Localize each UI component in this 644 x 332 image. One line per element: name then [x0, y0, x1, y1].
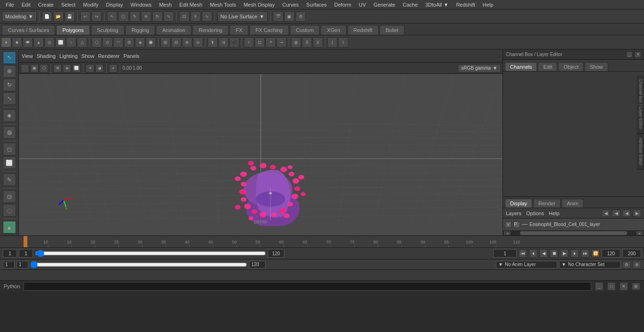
- workspace-dropdown[interactable]: Modeling ▼: [2, 11, 37, 22]
- soccer-btn[interactable]: ⬟: [146, 37, 156, 48]
- vp-smooth-btn[interactable]: ◈: [63, 64, 71, 73]
- torus-btn[interactable]: ◎: [44, 37, 55, 48]
- scale-tool-btn[interactable]: ⤡: [164, 11, 174, 22]
- tab-xgen[interactable]: XGen: [321, 25, 346, 35]
- vp-wire-btn[interactable]: ⊞: [53, 64, 62, 73]
- extrude-btn[interactable]: ⬆: [207, 37, 218, 48]
- render-btn[interactable]: 🎬: [273, 11, 283, 22]
- menu-mesh-display[interactable]: Mesh Display: [240, 1, 279, 8]
- vp-menu-view[interactable]: View: [22, 53, 33, 59]
- frame-display[interactable]: [493, 249, 517, 258]
- prism-btn[interactable]: △: [77, 37, 87, 48]
- menu-mesh[interactable]: Mesh: [155, 1, 175, 8]
- vp-lighting-btn[interactable]: ☀: [86, 64, 94, 73]
- menu-modify[interactable]: Modify: [79, 1, 102, 8]
- tab-object[interactable]: Object: [558, 62, 584, 71]
- layer-visibility[interactable]: V: [505, 221, 512, 228]
- tab-curves-surfaces[interactable]: Curves / Surfaces: [2, 25, 55, 35]
- soft-mod-btn[interactable]: ◍: [3, 126, 16, 139]
- insert-edge-btn[interactable]: +: [244, 37, 254, 48]
- vp-menu-show[interactable]: Show: [82, 53, 95, 59]
- menu-surfaces[interactable]: Surfaces: [303, 1, 330, 8]
- bool-btn[interactable]: ⊕: [182, 37, 192, 48]
- mirror-btn[interactable]: ⊖: [193, 37, 203, 48]
- transform-btn[interactable]: ⊕: [3, 65, 16, 78]
- layer-nav-btn[interactable]: ◀: [612, 210, 620, 217]
- vp-menu-renderer[interactable]: Renderer: [98, 53, 120, 59]
- paint-sel-btn[interactable]: ✎: [3, 173, 16, 186]
- timeline-area[interactable]: 5 10 15 20 25 30 35 40 45 50 55 60 65: [0, 235, 644, 247]
- sphere-icon-btn[interactable]: ●: [1, 37, 11, 48]
- vp-res-btn[interactable]: ⬡: [40, 64, 48, 73]
- tab-channels[interactable]: Channels: [505, 62, 537, 71]
- anim-settings-btn[interactable]: ⚙: [622, 261, 631, 268]
- tab-show-rp[interactable]: Show: [585, 62, 608, 71]
- go-start-btn[interactable]: ⏮: [519, 249, 527, 258]
- scroll-right-btn[interactable]: ▸: [636, 231, 643, 235]
- pipe-btn[interactable]: ⊙: [102, 37, 113, 48]
- menu-generate[interactable]: Generate: [370, 1, 399, 8]
- tab-render[interactable]: Render: [533, 199, 561, 208]
- show-manip-btn[interactable]: ◈: [3, 109, 16, 122]
- cube-btn[interactable]: ■: [12, 37, 22, 48]
- go-end-btn[interactable]: ⏭: [581, 249, 589, 258]
- viewport[interactable]: View Shading Lighting Show Renderer Pane…: [19, 49, 503, 235]
- tab-anim[interactable]: Anim: [561, 199, 584, 208]
- tab-bullet[interactable]: Bullet: [380, 25, 405, 35]
- stop-btn[interactable]: ⏹: [550, 249, 558, 258]
- step-back-btn[interactable]: ⏴: [529, 249, 537, 258]
- menu-mesh-tools[interactable]: Mesh Tools: [206, 1, 239, 8]
- canvas-3d[interactable]: persp X Y Z: [19, 74, 503, 226]
- ipr-btn[interactable]: ▣: [284, 11, 295, 22]
- tab-polygons[interactable]: Polygons: [56, 25, 90, 35]
- tab-custom[interactable]: Custom: [290, 25, 320, 35]
- menu-edit-mesh[interactable]: Edit Mesh: [175, 1, 206, 8]
- snap-lt-btn[interactable]: ⊡: [3, 190, 16, 203]
- open-file-btn[interactable]: 📂: [53, 11, 64, 22]
- fill-btn[interactable]: ⬛: [229, 37, 239, 48]
- save-file-btn[interactable]: 💾: [65, 11, 75, 22]
- scale-lt-btn[interactable]: ⤡: [3, 92, 16, 105]
- marquee-btn[interactable]: ⬜: [3, 156, 16, 169]
- tab-fx[interactable]: FX: [230, 25, 248, 35]
- menu-edit[interactable]: Edit: [18, 1, 34, 8]
- sep2-btn[interactable]: ⊟: [171, 37, 182, 48]
- paint-tool-btn[interactable]: ✎: [130, 11, 140, 22]
- vp-cam-btn[interactable]: 🎥: [21, 64, 29, 73]
- nav-help[interactable]: Help: [549, 211, 560, 216]
- tweak-btn[interactable]: ⊻: [313, 37, 323, 48]
- subdiv-btn[interactable]: ⬡: [91, 37, 102, 48]
- crease-btn[interactable]: ⟨: [327, 37, 338, 48]
- menu-windows[interactable]: Windows: [127, 1, 156, 8]
- vp-grid-btn[interactable]: #: [109, 64, 117, 73]
- select-tool-btn[interactable]: ↖: [107, 11, 117, 22]
- menu-file[interactable]: File: [2, 1, 18, 8]
- live-surface-dropdown[interactable]: No Live Surface ▼: [217, 11, 268, 22]
- cylinder-btn[interactable]: ⬬: [23, 37, 33, 48]
- tab-sculpting[interactable]: Sculpting: [91, 25, 124, 35]
- win-minimize-btn[interactable]: _: [595, 282, 603, 291]
- menu-uv[interactable]: UV: [355, 1, 370, 8]
- vp-shadow-btn[interactable]: ◕: [95, 64, 104, 73]
- loop-btn[interactable]: 🔁: [591, 249, 600, 258]
- win-close-btn[interactable]: ✕: [619, 282, 628, 291]
- vp-flat-btn[interactable]: ⬜: [72, 64, 81, 73]
- menu-create[interactable]: Create: [34, 1, 58, 8]
- play-fwd-btn[interactable]: ▶: [560, 249, 569, 258]
- frame-start-field[interactable]: [3, 249, 17, 258]
- python-input[interactable]: [24, 282, 591, 291]
- nav-layers[interactable]: Layers: [506, 211, 521, 216]
- frame-end-field[interactable]: [268, 249, 284, 258]
- tab-animation[interactable]: Animation: [156, 25, 191, 35]
- menu-curves[interactable]: Curves: [279, 1, 303, 8]
- lasso-tool-btn[interactable]: ⬡: [118, 11, 129, 22]
- sym-btn[interactable]: ⊼: [302, 37, 312, 48]
- step-fwd-btn[interactable]: ⏵: [570, 249, 579, 258]
- color-transform-dropdown[interactable]: sRGB gamma ▼: [458, 64, 501, 73]
- anim-range-slider[interactable]: [30, 261, 247, 268]
- layer-nav-btn-3[interactable]: ▶: [633, 210, 641, 217]
- vp-menu-shading[interactable]: Shading: [37, 53, 56, 59]
- vp-menu-lighting[interactable]: Lighting: [59, 53, 78, 59]
- rp-minimize-btn[interactable]: _: [626, 51, 633, 58]
- tab-rendering[interactable]: Rendering: [192, 25, 229, 35]
